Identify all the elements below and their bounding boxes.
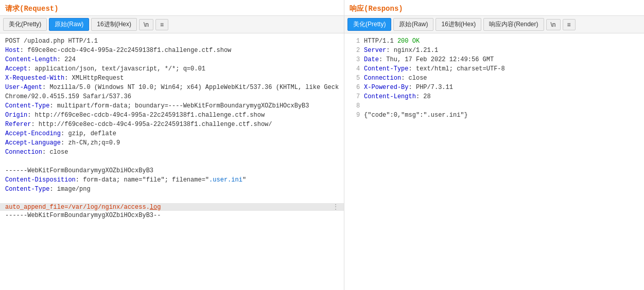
req-line-6: Content-Type: multipart/form-data; bound…: [5, 101, 339, 111]
response-tab-newline[interactable]: \n: [546, 19, 561, 30]
req-line-5b: Chrome/92.0.4515.159 Safari/537.36: [5, 92, 339, 101]
req-line-ctype2: Content-Type: image/png: [5, 185, 339, 194]
req-line-boundary2: ------WebKitFormBoundarymygXOZbiHOcxByB3…: [5, 211, 339, 220]
resp-line-7: 7 Content-Length: 28: [350, 92, 639, 101]
resp-line-2: 2 Server: nginx/1.21.1: [350, 46, 639, 55]
response-content-area: 1 HTTP/1.1 200 OK 2 Server: nginx/1.21.1…: [344, 33, 644, 290]
line-num-2: 2: [350, 46, 360, 55]
line-num-4: 4: [350, 64, 360, 74]
line-num-3: 3: [350, 55, 360, 64]
req-line-9: Accept-Encoding: gzip, deflate: [5, 129, 339, 138]
req-line-7: Origin: http://f69ce8ec-cdcb-49c4-995a-2…: [5, 111, 339, 120]
request-tab-newline[interactable]: \n: [139, 19, 153, 30]
resp-content-5: Connection: close: [364, 74, 427, 83]
req-line-empty2: [5, 194, 339, 203]
resp-line-6: 6 X-Powered-By: PHP/7.3.11: [350, 83, 639, 92]
req-line-5: User-Agent: Mozilla/5.0 (Windows NT 10.0…: [5, 83, 339, 92]
drag-handle-icon[interactable]: ⋮: [333, 203, 339, 211]
line-num-6: 6: [350, 83, 360, 92]
req-line-3: Accept: application/json, text/javascrip…: [5, 64, 339, 74]
line-num-1: 1: [350, 37, 360, 46]
resp-content-3: Date: Thu, 17 Feb 2022 12:49:56 GMT: [364, 55, 494, 64]
resp-content-2: Server: nginx/1.21.1: [364, 46, 438, 55]
resp-content-9: {"code":0,"msg":".user.ini"}: [364, 111, 468, 120]
req-line-disposition: Content-Disposition: form-data; name="fi…: [5, 175, 339, 185]
request-panel: 请求(Request) 美化(Pretty) 原始(Raw) 16进制(Hex)…: [0, 0, 344, 290]
response-panel: 响应(Respons) 美化(Pretty) 原始(Raw) 16进制(Hex)…: [344, 0, 644, 290]
request-panel-header: 请求(Request): [0, 0, 344, 15]
req-line-boundary1: ------WebKitFormBoundarymygXOZbiHOcxByB3: [5, 166, 339, 175]
main-container: 请求(Request) 美化(Pretty) 原始(Raw) 16进制(Hex)…: [0, 0, 644, 290]
req-line-4: X-Requested-With: XMLHttpRequest: [5, 74, 339, 83]
req-line-empty: [5, 157, 339, 166]
resp-line-8: 8: [350, 101, 639, 111]
request-tab-raw[interactable]: 原始(Raw): [49, 18, 89, 31]
response-menu-btn[interactable]: ≡: [563, 19, 576, 30]
response-panel-header: 响应(Respons): [344, 0, 644, 15]
response-tab-pretty[interactable]: 美化(Pretty): [347, 18, 391, 31]
resp-line-4: 4 Content-Type: text/html; charset=UTF-8: [350, 64, 639, 74]
req-line-append: auto_append_file=/var/log/nginx/access.l…: [5, 204, 330, 211]
line-num-7: 7: [350, 92, 360, 101]
request-menu-btn[interactable]: ≡: [155, 19, 168, 30]
resp-content-1: HTTP/1.1 200 OK: [364, 37, 420, 46]
resp-line-5: 5 Connection: close: [350, 74, 639, 83]
resp-content-8: [364, 101, 368, 111]
request-tab-pretty[interactable]: 美化(Pretty): [3, 18, 47, 31]
line-num-8: 8: [350, 101, 360, 111]
resp-line-9: 9 {"code":0,"msg":".user.ini"}: [350, 111, 639, 120]
response-toolbar: 美化(Pretty) 原始(Raw) 16进制(Hex) 响应内容(Render…: [344, 15, 644, 33]
response-tab-render[interactable]: 响应内容(Render): [483, 18, 544, 31]
resp-content-4: Content-Type: text/html; charset=UTF-8: [364, 64, 505, 74]
request-toolbar: 美化(Pretty) 原始(Raw) 16进制(Hex) \n ≡: [0, 15, 344, 33]
req-line-2: Content-Length: 224: [5, 55, 339, 64]
response-lines: 1 HTTP/1.1 200 OK 2 Server: nginx/1.21.1…: [350, 37, 639, 120]
req-line-11: Connection: close: [5, 148, 339, 157]
resp-content-7: Content-Length: 28: [364, 92, 431, 101]
req-line-8: Referer: http://f69ce8ec-cdcb-49c4-995a-…: [5, 120, 339, 129]
req-line-0: POST /upload.php HTTP/1.1: [5, 37, 339, 46]
request-content-area: POST /upload.php HTTP/1.1 Host: f69ce8ec…: [0, 33, 344, 290]
resp-line-3: 3 Date: Thu, 17 Feb 2022 12:49:56 GMT: [350, 55, 639, 64]
response-title: 响应(Respons): [350, 5, 403, 13]
response-tab-hex[interactable]: 16进制(Hex): [436, 18, 481, 31]
resp-content-6: X-Powered-By: PHP/7.3.11: [364, 83, 453, 92]
request-tab-hex[interactable]: 16进制(Hex): [91, 18, 137, 31]
line-num-5: 5: [350, 74, 360, 83]
request-title: 请求(Request): [5, 5, 59, 13]
resp-line-1: 1 HTTP/1.1 200 OK: [350, 37, 639, 46]
req-line-10: Accept-Language: zh-CN,zh;q=0.9: [5, 138, 339, 148]
req-line-1: Host: f69ce8ec-cdcb-49c4-995a-22c2459138…: [5, 46, 339, 55]
response-tab-raw[interactable]: 原始(Raw): [393, 18, 433, 31]
line-num-9: 9: [350, 111, 360, 120]
req-line-append-wrap: auto_append_file=/var/log/nginx/access.l…: [0, 203, 344, 211]
